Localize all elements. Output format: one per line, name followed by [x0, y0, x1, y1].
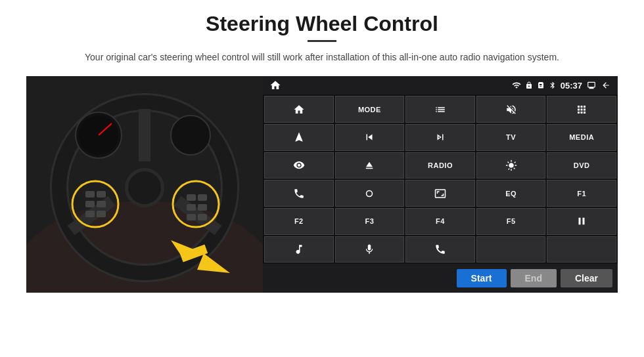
status-bar-left — [269, 79, 281, 91]
content-row: 05:37 MODE — [26, 76, 618, 293]
btn-next[interactable] — [405, 124, 475, 151]
btn-eq[interactable]: EQ — [476, 180, 546, 207]
svg-rect-22 — [187, 204, 196, 211]
btn-music[interactable] — [264, 236, 334, 263]
control-panel: 05:37 MODE — [263, 76, 618, 293]
btn-playpause[interactable] — [547, 208, 616, 235]
btn-empty2[interactable] — [547, 236, 616, 263]
svg-point-11 — [128, 171, 161, 204]
btn-mic[interactable] — [335, 236, 405, 263]
btn-empty1[interactable] — [476, 236, 546, 263]
svg-rect-14 — [85, 191, 95, 198]
btn-phone[interactable] — [264, 180, 334, 207]
btn-tv[interactable]: TV — [476, 124, 546, 151]
svg-rect-23 — [198, 204, 207, 211]
action-bar: Start End Clear — [263, 264, 618, 293]
title-divider — [308, 40, 336, 42]
home-status-icon — [269, 79, 281, 91]
btn-mode[interactable]: MODE — [335, 96, 405, 123]
btn-dvd[interactable]: DVD — [547, 152, 616, 179]
btn-radio[interactable]: RADIO — [405, 152, 475, 179]
btn-f3[interactable]: F3 — [335, 208, 405, 235]
svg-rect-15 — [97, 191, 106, 198]
steering-image — [26, 76, 263, 293]
svg-rect-25 — [198, 214, 207, 220]
btn-prev[interactable] — [335, 124, 405, 151]
btn-mute[interactable] — [476, 96, 546, 123]
btn-media[interactable]: MEDIA — [547, 124, 616, 151]
wifi-icon — [512, 81, 521, 90]
btn-navigate[interactable] — [264, 124, 334, 151]
clear-button[interactable]: Clear — [561, 269, 612, 287]
btn-f1[interactable]: F1 — [547, 180, 616, 207]
svg-rect-24 — [187, 214, 196, 220]
btn-apps[interactable] — [547, 96, 616, 123]
svg-rect-20 — [187, 194, 196, 201]
status-bar: 05:37 — [263, 76, 618, 94]
btn-screenfit[interactable] — [405, 180, 475, 207]
start-button[interactable]: Start — [457, 269, 507, 287]
btn-swipe[interactable] — [335, 180, 405, 207]
btn-f4[interactable]: F4 — [405, 208, 475, 235]
page-title: Steering Wheel Control — [206, 12, 438, 36]
svg-rect-17 — [97, 201, 106, 207]
btn-home[interactable] — [264, 96, 334, 123]
end-button[interactable]: End — [511, 269, 557, 287]
btn-hangup[interactable] — [405, 236, 475, 263]
lock-icon — [525, 81, 533, 90]
sim-icon — [537, 81, 545, 90]
btn-f2[interactable]: F2 — [264, 208, 334, 235]
status-bar-right: 05:37 — [512, 81, 611, 91]
svg-rect-19 — [97, 211, 106, 217]
svg-rect-21 — [198, 194, 207, 201]
button-grid: MODE TV — [263, 94, 618, 264]
btn-brightness[interactable] — [476, 152, 546, 179]
status-time: 05:37 — [561, 81, 582, 91]
page-subtitle: Your original car's steering wheel contr… — [85, 50, 559, 64]
btn-360cam[interactable] — [264, 152, 334, 179]
btn-list[interactable] — [405, 96, 475, 123]
bluetooth-icon — [549, 81, 557, 90]
svg-rect-16 — [85, 201, 95, 207]
screen-icon — [586, 81, 597, 90]
back-icon — [601, 81, 611, 90]
svg-point-28 — [171, 116, 210, 155]
btn-eject[interactable] — [335, 152, 405, 179]
page-wrapper: Steering Wheel Control Your original car… — [0, 0, 644, 357]
svg-rect-18 — [85, 211, 95, 217]
btn-f5[interactable]: F5 — [476, 208, 546, 235]
